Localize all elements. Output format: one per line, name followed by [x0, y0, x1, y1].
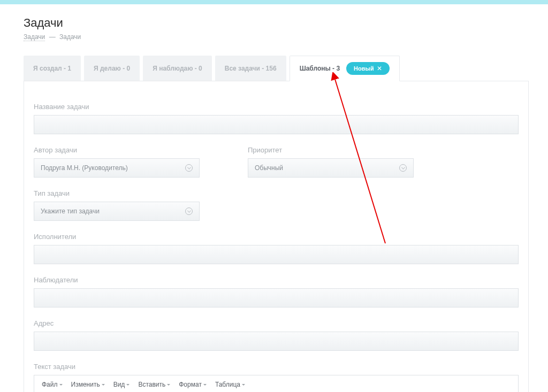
- editor-menu-file[interactable]: Файл: [39, 379, 66, 390]
- editor-menu-table-label: Таблица: [215, 381, 240, 388]
- input-title[interactable]: [34, 115, 519, 134]
- editor-menu-insert[interactable]: Вставить: [135, 379, 173, 390]
- field-executors: Исполнители: [34, 233, 519, 264]
- input-address[interactable]: [34, 332, 519, 351]
- input-observers[interactable]: [34, 288, 519, 308]
- caret-down-icon: [126, 384, 130, 386]
- editor-menu-edit-label: Изменить: [71, 381, 100, 388]
- field-author: Автор задачи Подруга М.Н. (Руководитель): [34, 146, 200, 178]
- tabs-bar: Я создал - 1 Я делаю - 0 Я наблюдаю - 0 …: [24, 56, 529, 81]
- caret-down-icon: [203, 384, 207, 386]
- label-executors: Исполнители: [34, 233, 519, 241]
- select-type-value: Укажите тип задачи: [41, 207, 100, 215]
- input-executors[interactable]: [34, 245, 519, 264]
- editor-toolbar: Файл Изменить Вид Вставить: [34, 375, 519, 392]
- chevron-down-icon: [185, 164, 193, 172]
- tab-doing[interactable]: Я делаю - 0: [84, 56, 140, 81]
- select-priority[interactable]: Обычный: [248, 158, 414, 178]
- page-container: Задачи Задачи — Задачи Я создал - 1 Я де…: [0, 4, 548, 392]
- label-observers: Наблюдатели: [34, 276, 519, 284]
- editor-menu-format-label: Формат: [179, 381, 202, 388]
- caret-down-icon: [242, 384, 245, 386]
- chevron-down-icon: [185, 207, 193, 215]
- editor-menu-view[interactable]: Вид: [110, 379, 133, 390]
- field-address: Адрес: [34, 319, 519, 351]
- label-author: Автор задачи: [34, 146, 200, 154]
- editor-menu-insert-label: Вставить: [138, 381, 165, 388]
- editor-menu-format[interactable]: Формат: [176, 379, 210, 390]
- field-priority: Приоритет Обычный: [248, 146, 414, 178]
- field-type: Тип задачи Укажите тип задачи: [34, 189, 200, 221]
- label-title: Название задачи: [34, 103, 519, 111]
- chevron-down-icon: [399, 164, 407, 172]
- editor-menu-edit[interactable]: Изменить: [68, 379, 108, 390]
- caret-down-icon: [167, 384, 170, 386]
- new-button-label: Новый: [354, 65, 374, 72]
- editor-menu-table[interactable]: Таблица: [212, 379, 248, 390]
- tab-watching[interactable]: Я наблюдаю - 0: [143, 56, 212, 81]
- caret-down-icon: [59, 384, 63, 386]
- select-type[interactable]: Укажите тип задачи: [34, 202, 200, 221]
- editor-menu-file-label: Файл: [42, 381, 58, 388]
- tab-created[interactable]: Я создал - 1: [24, 56, 81, 81]
- label-address: Адрес: [34, 319, 519, 327]
- tab-templates-label: Шаблоны - 3: [300, 65, 340, 72]
- field-title: Название задачи: [34, 103, 519, 134]
- editor-menu-view-label: Вид: [113, 381, 125, 388]
- tab-templates[interactable]: Шаблоны - 3 Новый ✕: [290, 56, 400, 81]
- page-title: Задачи: [24, 16, 529, 30]
- field-observers: Наблюдатели: [34, 276, 519, 308]
- label-priority: Приоритет: [248, 146, 414, 154]
- label-type: Тип задачи: [34, 189, 200, 197]
- new-button[interactable]: Новый ✕: [346, 62, 390, 75]
- tab-all[interactable]: Все задачи - 156: [215, 56, 286, 81]
- breadcrumb-current: Задачи: [59, 33, 81, 41]
- close-icon: ✕: [377, 65, 382, 72]
- select-priority-value: Обычный: [255, 164, 283, 172]
- top-accent-bar: [0, 0, 548, 4]
- label-task-text: Текст задачи: [34, 363, 519, 371]
- breadcrumb-separator: —: [49, 33, 56, 41]
- select-author[interactable]: Подруга М.Н. (Руководитель): [34, 158, 200, 178]
- caret-down-icon: [102, 384, 105, 386]
- form-panel: Название задачи Автор задачи Подруга М.Н…: [24, 81, 529, 392]
- breadcrumb: Задачи — Задачи: [24, 33, 529, 41]
- select-author-value: Подруга М.Н. (Руководитель): [41, 164, 128, 172]
- field-task-text: Текст задачи Файл Изменить Вид: [34, 363, 519, 392]
- breadcrumb-link[interactable]: Задачи: [24, 33, 45, 41]
